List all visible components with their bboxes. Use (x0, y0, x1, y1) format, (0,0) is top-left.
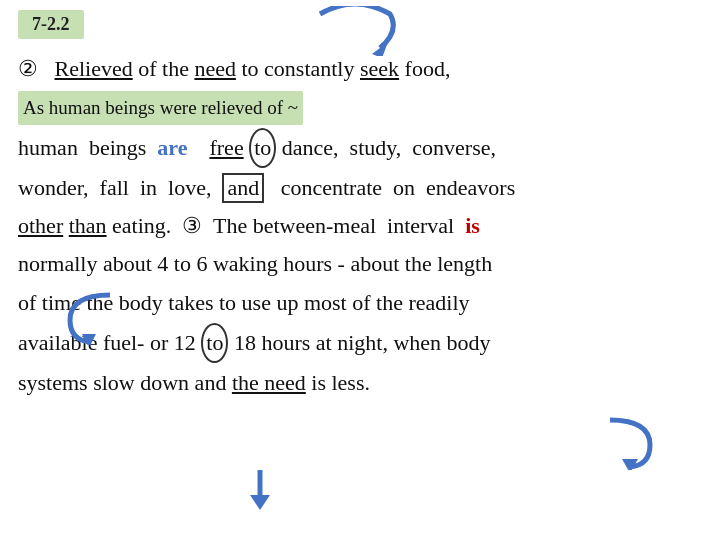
arrow-mid-right-icon (600, 415, 660, 470)
word-to-2: to (201, 323, 228, 363)
phrase-the-need: the need (232, 370, 306, 395)
num-2-circle: ② (18, 56, 38, 81)
svg-marker-0 (372, 42, 388, 56)
page-container: 7-2.2 ② Relieved of the need to constant… (0, 0, 720, 540)
text-line-3: wonder, fall in love, and concentrate on… (18, 170, 702, 206)
text-line-6: of time the body takes to use up most of… (18, 285, 702, 321)
text-line-7: available fuel- or 12 to 18 hours at nig… (18, 323, 702, 363)
text-eating: eating. ③ The between-meal interval (112, 213, 465, 238)
word-is: is (465, 213, 480, 238)
text-wonder: wonder, fall in love, (18, 175, 222, 200)
text-systems: systems slow down and (18, 370, 232, 395)
word-relieved: Relieved (55, 56, 133, 81)
text-line-1: ② Relieved of the need to constantly see… (18, 51, 702, 87)
word-free: free (209, 135, 243, 160)
svg-marker-3 (250, 495, 270, 510)
text-is-less: is less. (311, 370, 370, 395)
word-are: are (157, 135, 187, 160)
text-to-constantly: to constantly (241, 56, 360, 81)
text-concentrate: concentrate on endeavors (270, 175, 516, 200)
text-dance: dance, study, converse, (282, 135, 496, 160)
space1 (193, 135, 204, 160)
text-line-5: normally about 4 to 6 waking hours - abo… (18, 246, 702, 282)
text-line-8: systems slow down and the need is less. (18, 365, 702, 401)
hint-box: As human beings were relieved of ~ (18, 91, 303, 124)
arrow-top-right-icon (310, 6, 400, 56)
word-other: other (18, 213, 63, 238)
text-18hours: 18 hours at night, when body (234, 330, 491, 355)
arrow-mid-left-icon (60, 290, 120, 345)
hint-line: As human beings were relieved of ~ (18, 89, 702, 125)
title-bar: 7-2.2 (18, 10, 84, 39)
arrow-bottom-icon (230, 465, 290, 510)
word-need: need (194, 56, 236, 81)
word-and: and (222, 173, 264, 203)
text-food: food, (405, 56, 451, 81)
text-human-beings: human beings (18, 135, 157, 160)
text-line5: normally about 4 to 6 waking hours - abo… (18, 251, 492, 276)
word-seek: seek (360, 56, 399, 81)
text-line-2: human beings are free to dance, study, c… (18, 128, 702, 168)
word-than: than (69, 213, 107, 238)
text-of-the: of the (138, 56, 194, 81)
text-line-4: other than eating. ③ The between-meal in… (18, 208, 702, 244)
word-to-1: to (249, 128, 276, 168)
main-text: ② Relieved of the need to constantly see… (18, 51, 702, 402)
